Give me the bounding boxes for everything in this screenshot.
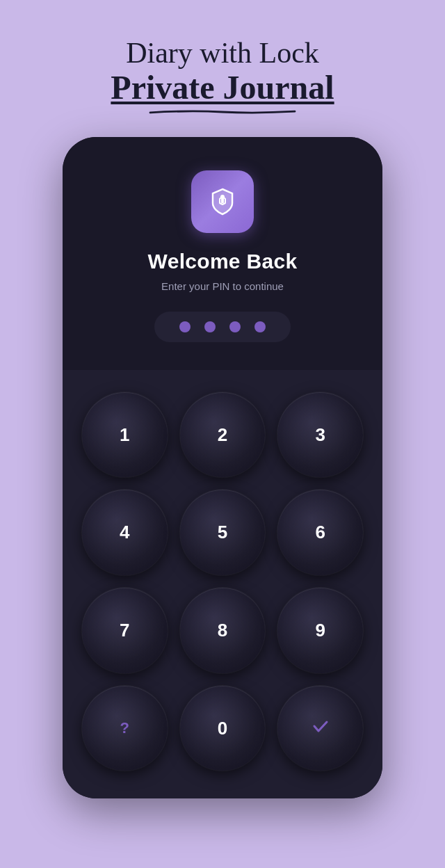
key-5[interactable]: 5	[180, 490, 266, 575]
key-4[interactable]: 4	[82, 490, 168, 575]
key-8[interactable]: 8	[180, 588, 266, 673]
key-confirm[interactable]	[277, 686, 363, 771]
key-8-label: 8	[218, 620, 227, 641]
keypad: 1 2 3 4 5 6 7 8 9 ? 0	[63, 370, 382, 799]
key-1-label: 1	[120, 424, 129, 446]
header-section: Diary with Lock Private Journal	[111, 0, 334, 115]
key-6[interactable]: 6	[277, 490, 363, 575]
welcome-title: Welcome Back	[148, 250, 298, 273]
title-underline-decoration	[125, 109, 320, 115]
key-2-label: 2	[218, 424, 227, 446]
key-0[interactable]: 0	[180, 686, 266, 771]
key-3-label: 3	[315, 424, 325, 446]
phone-mockup: Welcome Back Enter your PIN to continue …	[63, 137, 382, 799]
svg-rect-1	[221, 198, 224, 203]
checkmark-icon	[311, 716, 330, 740]
key-1[interactable]: 1	[82, 392, 168, 478]
app-title-line1: Diary with Lock	[126, 36, 319, 70]
key-9[interactable]: 9	[277, 588, 363, 673]
pin-dot-2	[204, 321, 216, 332]
key-7-label: 7	[120, 620, 129, 641]
welcome-subtitle: Enter your PIN to continue	[161, 280, 284, 292]
key-9-label: 9	[315, 620, 325, 641]
app-icon	[191, 170, 254, 233]
key-7[interactable]: 7	[82, 588, 168, 673]
pin-dot-4	[254, 321, 266, 332]
pin-dot-1	[179, 321, 191, 332]
pin-dots-container	[154, 312, 291, 342]
phone-top-section: Welcome Back Enter your PIN to continue	[63, 137, 382, 370]
key-5-label: 5	[218, 522, 227, 543]
app-title-line2: Private Journal	[111, 70, 334, 106]
key-2[interactable]: 2	[180, 392, 266, 478]
help-icon: ?	[120, 719, 129, 737]
key-3[interactable]: 3	[277, 392, 363, 478]
key-help[interactable]: ?	[82, 686, 168, 771]
pin-dot-3	[229, 321, 241, 332]
key-0-label: 0	[218, 718, 227, 739]
key-6-label: 6	[315, 522, 325, 543]
key-4-label: 4	[120, 522, 129, 543]
shield-icon	[206, 185, 239, 218]
